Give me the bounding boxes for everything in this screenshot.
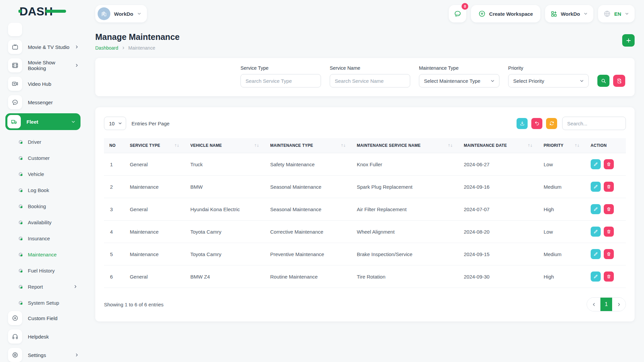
column-header-maintenance-date[interactable]: MAINTENANCE DATE↑↓ <box>461 138 540 153</box>
previous-page-button[interactable] <box>587 298 600 311</box>
back-button[interactable] <box>531 118 542 129</box>
sidebar-subitem-system-setup[interactable]: System Setup <box>5 295 80 311</box>
service-name-input[interactable] <box>330 74 410 87</box>
breadcrumb-dashboard-link[interactable]: Dashboard <box>95 45 118 51</box>
submenu-dot-icon <box>19 188 22 192</box>
entries-per-page-label: Entries Per Page <box>131 121 169 126</box>
sidebar-subitem-insurance[interactable]: Insurance <box>5 230 80 246</box>
chevron-right-icon <box>74 45 79 49</box>
sidebar-item-helpdesk[interactable]: Helpdesk <box>5 329 80 344</box>
edit-button[interactable] <box>591 182 601 192</box>
table-row: 2 Maintenance BMW Seasonal Maintenance S… <box>104 176 626 198</box>
table-search-input[interactable] <box>562 117 626 130</box>
filter-search-button[interactable] <box>597 75 609 87</box>
submenu-dot-icon <box>19 285 22 289</box>
edit-button[interactable] <box>591 227 601 237</box>
pencil-icon <box>593 162 598 167</box>
trash-icon <box>606 184 611 189</box>
chevron-down-icon <box>137 11 142 16</box>
export-button[interactable] <box>517 118 528 129</box>
sidebar-item-label: Custom Field <box>28 315 80 321</box>
submenu-dot-icon <box>19 221 22 224</box>
undo-icon <box>534 121 540 126</box>
pagination: 1 <box>587 297 626 311</box>
sidebar-item-custom-field[interactable]: Custom Field <box>5 311 80 325</box>
messages-button[interactable]: 0 <box>449 5 466 22</box>
delete-button[interactable] <box>604 182 614 192</box>
workspace-menu-button[interactable]: WorkDo <box>545 5 593 22</box>
edit-button[interactable] <box>591 159 601 169</box>
refresh-button[interactable] <box>546 118 557 129</box>
pencil-icon <box>593 252 598 256</box>
delete-button[interactable] <box>604 204 614 214</box>
sidebar-item-movie-show-booking[interactable]: Movie Show Booking <box>5 58 80 73</box>
language-selector[interactable]: EN <box>598 5 635 22</box>
globe-icon <box>603 10 611 17</box>
table-row: 6 General BMW Z4 Routine Maintenance Tir… <box>104 265 626 288</box>
sidebar-subitem-driver[interactable]: Driver <box>5 134 80 150</box>
chevron-down-icon <box>579 78 584 83</box>
priority-select[interactable]: Select Priority <box>508 74 589 87</box>
refresh-icon <box>549 121 554 126</box>
sidebar-item-settings[interactable]: Settings <box>5 348 80 362</box>
sidebar-subitem-report[interactable]: Report <box>5 279 80 295</box>
sidebar-subitem-customer[interactable]: Customer <box>5 150 80 166</box>
filter-reset-button[interactable] <box>613 75 625 87</box>
column-header-maintenance-service-name[interactable]: MAINTENANCE SERVICE NAME↑↓ <box>354 138 461 153</box>
sidebar-item-fleet[interactable]: Fleet <box>5 113 80 130</box>
edit-button[interactable] <box>591 204 601 214</box>
filter-card: Service Type Service Name Maintenance Ty… <box>95 58 635 96</box>
chat-dots <box>456 14 460 15</box>
next-page-button[interactable] <box>612 298 626 311</box>
page-number[interactable]: 1 <box>600 298 612 311</box>
submenu-dot-icon <box>19 172 22 176</box>
delete-button[interactable] <box>604 227 614 237</box>
delete-button[interactable] <box>604 272 614 282</box>
breadcrumb: Dashboard Maintenance <box>95 45 622 51</box>
create-workspace-button[interactable]: Create Workspace <box>471 5 540 22</box>
delete-button[interactable] <box>604 159 614 169</box>
maintenance-type-select[interactable]: Select Maintenance Type <box>419 74 499 87</box>
service-type-input[interactable] <box>240 74 321 87</box>
sidebar-item-video-hub[interactable]: Video Hub <box>5 76 80 91</box>
workspace-switcher[interactable]: WorkDo <box>95 5 147 22</box>
edit-button[interactable] <box>591 249 601 259</box>
sidebar-subitem-vehicle[interactable]: Vehicle <box>5 166 80 182</box>
sidebar: DASH Movie & TV Studio Movie Show Bookin… <box>0 0 87 362</box>
gear-icon <box>8 348 22 362</box>
sidebar-item-movie-tv-studio[interactable]: Movie & TV Studio <box>5 40 80 54</box>
delete-button[interactable] <box>604 249 614 259</box>
dash-logo[interactable]: DASH <box>19 5 53 17</box>
column-header-service-type[interactable]: SERVICE TYPE↑↓ <box>126 138 187 153</box>
column-header-maintenance-type[interactable]: MAINTENANCE TYPE↑↓ <box>267 138 353 153</box>
entries-per-page-select[interactable]: 10 <box>104 117 126 130</box>
table-footer: Showing 1 to 6 of 6 entries 1 <box>104 297 626 311</box>
sidebar-subitem-availability[interactable]: Availability <box>5 214 80 230</box>
tv-icon <box>8 40 22 54</box>
column-header-vehicle-name[interactable]: VEHICLE NAME↑↓ <box>187 138 267 153</box>
service-name-field: Service Name <box>330 65 410 87</box>
sort-icon: ↑↓ <box>340 143 350 148</box>
pencil-icon <box>593 274 598 279</box>
chevron-right-icon <box>74 353 79 357</box>
messages-badge: 0 <box>462 3 468 10</box>
sidebar-subitem-fuel-history[interactable]: Fuel History <box>5 262 80 279</box>
sidebar-subitem-log-book[interactable]: Log Book <box>5 182 80 198</box>
submenu-dot-icon <box>19 140 22 144</box>
sort-icon: ↑↓ <box>574 143 584 148</box>
submenu-dot-icon <box>19 156 22 160</box>
workspace-name: WorkDo <box>114 11 133 17</box>
submenu-dot-icon <box>19 204 22 208</box>
logo-row: DASH <box>5 0 87 22</box>
maintenance-type-field: Maintenance Type Select Maintenance Type <box>419 65 499 87</box>
sidebar-subitem-maintenance[interactable]: Maintenance <box>5 246 80 262</box>
trash-icon <box>606 229 611 234</box>
edit-button[interactable] <box>591 272 601 282</box>
maintenance-table: NO SERVICE TYPE↑↓ VEHICLE NAME↑↓ MAINTEN… <box>104 138 626 288</box>
sidebar-subitem-booking[interactable]: Booking <box>5 198 80 214</box>
column-header-action: ACTION <box>587 138 626 153</box>
sidebar-item-label: Movie & TV Studio <box>28 44 74 50</box>
sidebar-item-messenger[interactable]: Messenger <box>5 95 80 110</box>
column-header-priority[interactable]: PRIORITY↑↓ <box>540 138 587 153</box>
add-maintenance-button[interactable] <box>622 34 635 47</box>
